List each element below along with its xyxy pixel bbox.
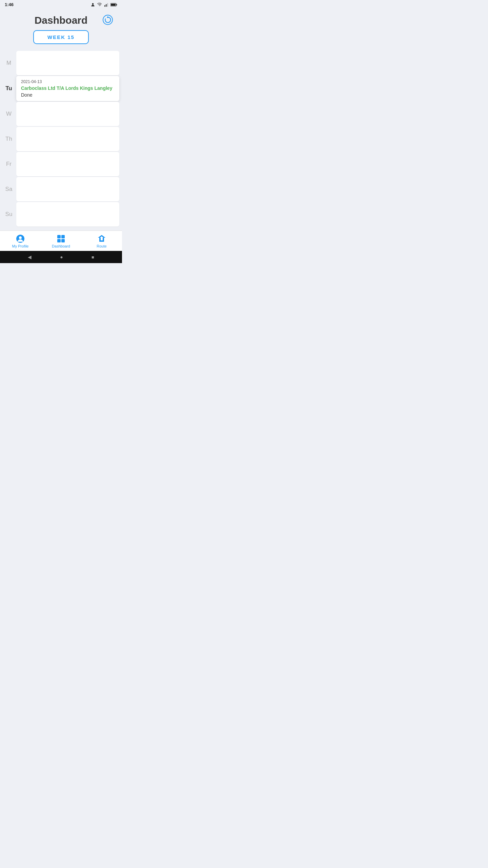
android-home-button[interactable]: ● xyxy=(58,252,65,262)
header: Dashboard WEEK 15 xyxy=(0,8,122,47)
svg-point-10 xyxy=(19,236,22,239)
day-content-wednesday[interactable] xyxy=(16,102,119,126)
svg-rect-12 xyxy=(61,235,65,238)
day-content-monday[interactable] xyxy=(16,51,119,75)
day-row-tuesday: Tu 2021-04-13 Carboclass Ltd T/A Lords K… xyxy=(0,76,122,101)
event-status: Done xyxy=(21,92,115,98)
day-row-thursday: Th xyxy=(0,127,122,151)
home-icon: ● xyxy=(60,254,63,260)
nav-label-dashboard: Dashboard xyxy=(52,244,70,248)
day-row-wednesday: W xyxy=(0,102,122,126)
day-label-sunday: Su xyxy=(3,202,15,226)
svg-rect-6 xyxy=(111,3,116,5)
day-label-thursday: Th xyxy=(3,127,15,151)
svg-point-0 xyxy=(92,3,94,5)
event-card-tuesday[interactable]: 2021-04-13 Carboclass Ltd T/A Lords King… xyxy=(16,76,119,101)
status-time: 1:46 xyxy=(5,2,14,7)
day-content-saturday[interactable] xyxy=(16,177,119,201)
page-title: Dashboard xyxy=(35,15,88,26)
wifi-icon xyxy=(97,2,102,7)
svg-rect-14 xyxy=(61,239,65,242)
refresh-button[interactable] xyxy=(102,15,113,26)
nav-label-my-profile: My Profile xyxy=(12,244,29,248)
battery-icon xyxy=(110,3,117,7)
svg-rect-5 xyxy=(116,4,117,5)
bottom-nav: My Profile Dashboard Route xyxy=(0,231,122,251)
app-icon xyxy=(90,2,95,7)
android-recent-button[interactable]: ■ xyxy=(89,253,96,262)
nav-label-route: Route xyxy=(97,244,106,248)
svg-rect-2 xyxy=(106,4,106,7)
dashboard-icon xyxy=(57,234,65,243)
status-icons xyxy=(90,2,117,7)
svg-rect-13 xyxy=(57,239,61,242)
day-content-thursday[interactable] xyxy=(16,127,119,151)
refresh-icon xyxy=(102,15,113,25)
route-icon xyxy=(97,234,106,243)
nav-item-my-profile[interactable]: My Profile xyxy=(0,231,41,251)
my-profile-icon xyxy=(16,234,25,243)
day-row-saturday: Sa xyxy=(0,177,122,201)
android-back-button[interactable]: ◀ xyxy=(26,252,34,262)
day-label-wednesday: W xyxy=(3,102,15,126)
day-row-monday: M xyxy=(0,51,122,75)
week-badge-button[interactable]: WEEK 15 xyxy=(33,30,89,44)
android-nav-bar: ◀ ● ■ xyxy=(0,251,122,263)
calendar: M Tu 2021-04-13 Carboclass Ltd T/A Lords… xyxy=(0,47,122,231)
day-row-friday: Fr xyxy=(0,152,122,176)
svg-rect-11 xyxy=(57,235,61,238)
svg-rect-3 xyxy=(107,3,108,6)
signal-icon xyxy=(104,2,109,7)
back-icon: ◀ xyxy=(28,254,32,260)
day-row-sunday: Su xyxy=(0,202,122,226)
day-label-saturday: Sa xyxy=(3,177,15,201)
nav-item-route[interactable]: Route xyxy=(81,231,122,251)
event-date: 2021-04-13 xyxy=(21,79,115,84)
recent-icon: ■ xyxy=(92,255,94,260)
day-content-friday[interactable] xyxy=(16,152,119,176)
nav-item-dashboard[interactable]: Dashboard xyxy=(41,231,81,251)
day-label-tuesday: Tu xyxy=(3,76,15,101)
day-label-monday: M xyxy=(3,51,15,75)
day-content-sunday[interactable] xyxy=(16,202,119,226)
day-label-friday: Fr xyxy=(3,152,15,176)
svg-rect-1 xyxy=(104,5,105,7)
status-bar: 1:46 xyxy=(0,0,122,8)
event-name: Carboclass Ltd T/A Lords Kings Langley xyxy=(21,85,115,91)
